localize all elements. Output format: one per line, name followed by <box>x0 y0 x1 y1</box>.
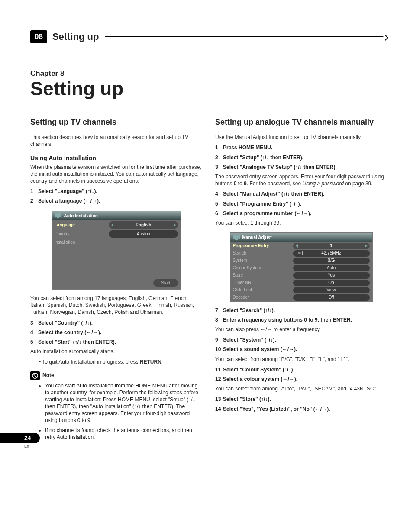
step: 13Select "Store" (↑/↓). <box>215 396 387 403</box>
osd-row: Colour SystemAuto <box>230 264 372 272</box>
keypad-icon: ⊞ <box>297 251 303 255</box>
osd-row: StoreYes <box>230 272 372 279</box>
step: 4Select "Manual Adjust" (↑/↓ then ENTER)… <box>215 190 387 197</box>
monitor-icon <box>233 235 240 240</box>
osd-row: LanguageEnglish <box>52 220 181 229</box>
step: 1Select "Language" (↑/↓). <box>30 188 202 195</box>
note-list: You can start Auto Installation from the… <box>45 382 202 441</box>
step: 14Select "Yes", "Yes (Listed)", or "No" … <box>215 406 387 413</box>
step: 8Enter a frequency using buttons 0 to 9,… <box>215 316 387 323</box>
osd-start-button: Start <box>153 279 178 287</box>
step: 5Select "Programme Entry" (↑/↓). <box>215 200 387 207</box>
step: 11Select "Colour System" (↑/↓). <box>215 366 387 373</box>
osd-row: Installation <box>52 239 181 246</box>
left-desc: When the plasma television is switched o… <box>30 164 202 185</box>
left-h2: Setting up TV channels <box>30 117 202 127</box>
svg-rect-3 <box>235 239 238 240</box>
section-number-badge: 08 <box>30 30 47 43</box>
sound-note: You can select from among "B/G", "D/K", … <box>215 356 387 363</box>
svg-rect-1 <box>57 217 59 218</box>
page-number: 24 <box>0 433 40 443</box>
note-icon <box>30 371 40 380</box>
lang-list: You can select from among 17 languages; … <box>30 295 202 316</box>
step: 2Select a language (←/→). <box>30 197 202 204</box>
freq-note: You can also press ←/→ to enter a freque… <box>215 326 387 333</box>
autostart-note: Auto Installation automatically starts. <box>30 348 202 355</box>
osd-row: Tuner NROn <box>230 279 372 287</box>
step: 3Select "Country" (↑/↓). <box>30 319 202 326</box>
page-header: 08 Setting up <box>30 30 387 43</box>
osd-title: Manual Adjust <box>230 233 372 242</box>
step: 7Select "Search" (↑/↓). <box>215 307 387 314</box>
chapter-label: Chapter 8 <box>30 69 387 78</box>
right-column: Setting up analogue TV channels manually… <box>215 117 387 443</box>
step: 2Select "Setup" (↑/↓ then ENTER). <box>215 154 387 161</box>
colour-note: You can select from among "Auto", "PAL",… <box>215 385 387 392</box>
section-title: Setting up <box>52 31 99 42</box>
step: 4Select the country (←/→). <box>30 329 202 336</box>
left-h3: Using Auto Installation <box>30 154 202 162</box>
quit-bullet: • To quit Auto Installation in progress,… <box>39 358 202 365</box>
step: 6Select a programme number (←/→). <box>215 210 387 217</box>
page-footer: 24 En <box>0 433 40 448</box>
osd-row: Programme Entry1 <box>230 242 372 250</box>
osd-row: Child LockView <box>230 287 372 294</box>
left-column: Setting up TV channels This section desc… <box>30 117 202 443</box>
range-note: You can select 1 through 99. <box>215 219 387 226</box>
osd-auto-installation: Auto Installation LanguageEnglish Countr… <box>52 211 181 290</box>
osd-row: DecoderOff <box>230 294 372 301</box>
header-rule <box>105 36 387 37</box>
step: 10Select a sound system (←/→). <box>215 346 387 353</box>
svg-rect-0 <box>55 213 61 217</box>
right-h2: Setting up analogue TV channels manually <box>215 117 387 127</box>
step: 3Select "Analogue TV Setup" (↑/↓ then EN… <box>215 164 387 171</box>
monitor-icon <box>55 213 61 218</box>
right-intro: Use the Manual Adjust function to set up… <box>215 134 387 141</box>
osd-row: Search⊞42.75MHz <box>230 250 372 257</box>
osd-row: SystemB/G <box>230 257 372 264</box>
osd-row: CountryAustria <box>52 229 181 239</box>
step: 5Select "Start" (↑/↓ then ENTER). <box>30 339 202 345</box>
chapter-title: Setting up <box>30 78 387 100</box>
chapter-heading: Chapter 8 Setting up <box>30 69 387 100</box>
left-intro: This section describes how to automatica… <box>30 134 202 148</box>
step: 12Select a colour system (←/→). <box>215 376 387 383</box>
step: 1Press HOME MENU. <box>215 144 387 151</box>
note-label: Note <box>42 372 54 379</box>
osd-manual-adjust: Manual Adjust Programme Entry1 Search⊞42… <box>230 232 373 302</box>
osd-title: Auto Installation <box>52 211 181 221</box>
pwd-note: The password entry screen appears. Enter… <box>215 173 387 187</box>
step: 9Select "System" (↑/↓). <box>215 336 387 343</box>
svg-rect-2 <box>233 235 240 239</box>
page-lang: En <box>24 444 40 448</box>
